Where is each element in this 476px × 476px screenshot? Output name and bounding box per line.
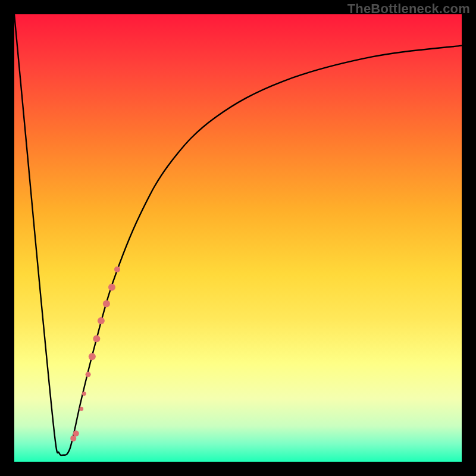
bottleneck-curve-path xyxy=(14,14,462,455)
plot-area xyxy=(14,14,462,462)
curve-marker xyxy=(79,407,83,411)
chart-frame: TheBottleneck.com xyxy=(0,0,476,476)
curve-layer xyxy=(14,14,462,462)
curve-marker xyxy=(108,284,115,291)
curve-marker xyxy=(89,353,96,360)
curve-marker xyxy=(86,372,91,377)
curve-marker xyxy=(82,392,86,396)
curve-marker xyxy=(98,317,105,324)
bottleneck-curve xyxy=(14,14,462,455)
watermark-label: TheBottleneck.com xyxy=(347,1,470,17)
curve-marker xyxy=(114,267,120,273)
curve-marker xyxy=(103,300,110,308)
curve-marker xyxy=(93,335,100,342)
curve-marker xyxy=(73,431,79,437)
